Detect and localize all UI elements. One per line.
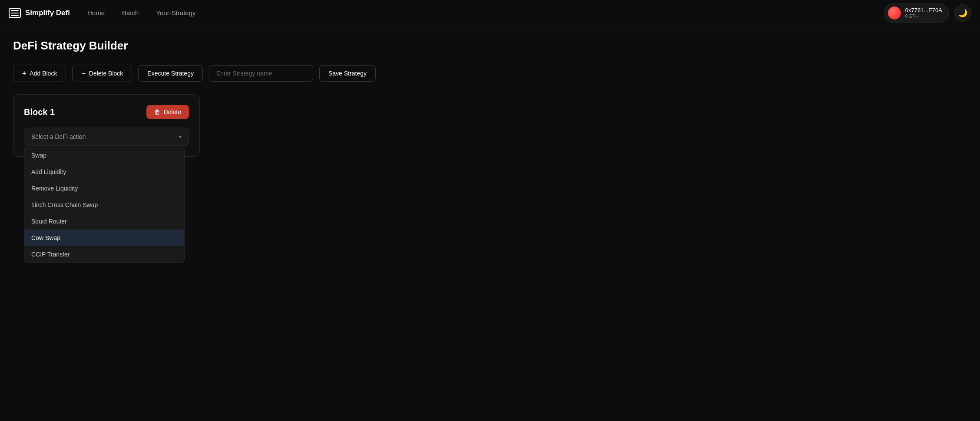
- block-title: Block 1: [24, 107, 55, 117]
- nav-your-strategy[interactable]: Your-Strategy: [156, 7, 195, 18]
- chevron-down-icon: ▾: [179, 134, 182, 140]
- nav-home[interactable]: Home: [87, 7, 105, 18]
- nav-links: Home Batch Your-Strategy: [87, 7, 884, 18]
- strategy-name-input[interactable]: [209, 65, 313, 82]
- save-strategy-button[interactable]: Save Strategy: [319, 65, 376, 82]
- delete-block-button[interactable]: − Delete Block: [72, 65, 132, 82]
- execute-label: Execute Strategy: [147, 70, 194, 77]
- execute-strategy-button[interactable]: Execute Strategy: [138, 65, 203, 82]
- save-label: Save Strategy: [328, 70, 367, 77]
- dropdown-trigger[interactable]: Select a DeFi action ▾: [24, 128, 189, 146]
- moon-icon: 🌙: [958, 8, 967, 18]
- avatar: [888, 7, 901, 20]
- dropdown-item-ccip-transfer[interactable]: CCIP Transfer: [24, 246, 184, 263]
- block-delete-button[interactable]: 🗑 Delete: [146, 105, 189, 119]
- dropdown-menu: Swap Add Liquidity Remove Liquidity 1inc…: [24, 147, 185, 263]
- dropdown-item-swap[interactable]: Swap: [24, 147, 184, 164]
- wallet-eth: 0 ETH: [905, 13, 942, 19]
- svg-rect-2: [11, 15, 19, 16]
- block-header: Block 1 🗑 Delete: [24, 105, 189, 119]
- delete-label: Delete: [164, 109, 181, 115]
- dropdown-item-add-liquidity[interactable]: Add Liquidity: [24, 164, 184, 180]
- toolbar: + Add Block − Delete Block Execute Strat…: [13, 65, 967, 82]
- nav-batch[interactable]: Batch: [122, 7, 139, 18]
- minus-icon: −: [81, 69, 85, 77]
- navbar: Simplify Defi Home Batch Your-Strategy 0…: [0, 0, 980, 26]
- defi-action-dropdown: Select a DeFi action ▾ Swap Add Liquidit…: [24, 128, 189, 146]
- main-content: DeFi Strategy Builder + Add Block − Dele…: [0, 26, 980, 170]
- page-title: DeFi Strategy Builder: [13, 39, 967, 53]
- wallet-address: 0x7761...E70A: [905, 7, 942, 13]
- dropdown-item-remove-liquidity[interactable]: Remove Liquidity: [24, 180, 184, 197]
- svg-rect-0: [11, 10, 19, 11]
- delete-block-label: Delete Block: [89, 70, 123, 77]
- add-block-button[interactable]: + Add Block: [13, 65, 66, 82]
- dropdown-item-cow-swap[interactable]: Cow Swap: [24, 230, 184, 246]
- svg-rect-1: [11, 13, 19, 13]
- brand-icon: [9, 8, 21, 18]
- wallet-info: 0x7761...E70A 0 ETH: [905, 7, 942, 19]
- block-card: Block 1 🗑 Delete Select a DeFi action ▾ …: [13, 94, 200, 157]
- nav-right: 0x7761...E70A 0 ETH 🌙: [884, 3, 971, 23]
- brand[interactable]: Simplify Defi: [9, 8, 70, 18]
- dropdown-item-1inch[interactable]: 1inch Cross Chain Swap: [24, 197, 184, 213]
- brand-name: Simplify Defi: [25, 9, 70, 17]
- trash-icon: 🗑: [154, 109, 160, 115]
- dropdown-placeholder: Select a DeFi action: [31, 133, 86, 140]
- add-block-label: Add Block: [30, 70, 57, 77]
- dropdown-item-squid-router[interactable]: Squid Router: [24, 213, 184, 230]
- dark-mode-button[interactable]: 🌙: [954, 4, 971, 22]
- wallet-badge[interactable]: 0x7761...E70A 0 ETH: [884, 3, 949, 23]
- plus-icon: +: [22, 69, 26, 77]
